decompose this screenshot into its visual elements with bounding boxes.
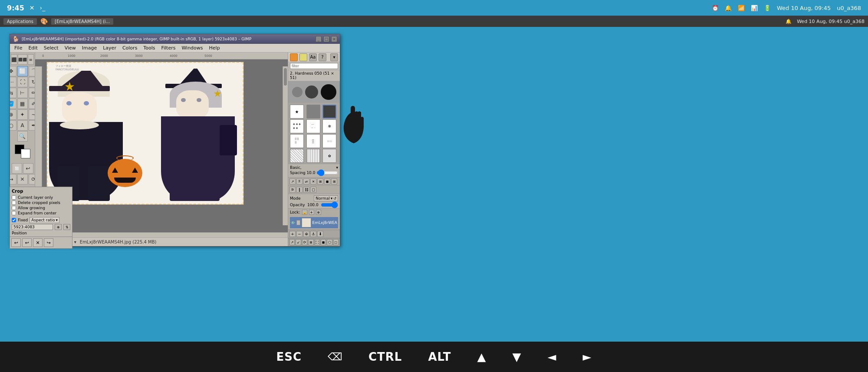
down-arrow[interactable]: ▼ — [513, 350, 522, 363]
brush-item-texture1[interactable] — [290, 149, 304, 163]
brush-item-spray1[interactable]: ⠿⠿⠿ — [290, 134, 304, 148]
font-btn[interactable]: Aa — [309, 53, 317, 61]
menu-view[interactable]: View — [62, 45, 79, 51]
brush-item-scatter1[interactable]: ✦✦✦✦✦ — [290, 119, 304, 133]
spacing-slider[interactable] — [316, 171, 338, 174]
mode-dropdown[interactable]: Normal ▾ ↺ — [314, 195, 338, 201]
dodge-tool[interactable]: ○ — [10, 120, 16, 131]
fg-color-btn[interactable] — [290, 53, 298, 61]
undo2-button[interactable]: ↩ — [22, 238, 32, 247]
menu-help[interactable]: Help — [207, 45, 223, 51]
dynamics-btn5[interactable]: ⊞ — [317, 178, 323, 184]
minimize-button[interactable]: _ — [316, 36, 322, 42]
layers-anchor-btn[interactable]: ⚓ — [310, 231, 316, 237]
rotate-tool[interactable]: ↻ — [29, 77, 36, 87]
pencil-tool[interactable]: ✐ — [29, 99, 36, 109]
taskbar-apps[interactable]: Applications — [3, 18, 37, 25]
redo-btn[interactable]: ↪ — [10, 174, 16, 184]
alt-shortcut[interactable]: ALT — [428, 350, 451, 363]
brush-item-texture2[interactable] — [306, 149, 320, 163]
current-layer-checkbox[interactable] — [12, 195, 16, 200]
transform-btn2[interactable]: ↙ — [296, 239, 301, 245]
zoom-tool[interactable]: 🔍 — [17, 131, 28, 142]
transform-btn6[interactable]: ◼ — [321, 239, 326, 245]
taskbar-window[interactable]: [EmLxj8rWEAAMS4H] (i... — [51, 18, 113, 25]
size-link-btn[interactable]: ⊕ — [55, 224, 62, 230]
dynamics-btn1[interactable]: ↗ — [289, 178, 296, 184]
brush-item-round-dark[interactable] — [322, 105, 336, 119]
delete-btn[interactable]: ✕ — [17, 174, 28, 184]
dynamics-btn4[interactable]: ✕ — [310, 178, 316, 184]
text-tool[interactable]: A — [17, 120, 28, 131]
layer-chain-btn[interactable] — [296, 220, 300, 225]
horizontal-scrollbar[interactable] — [35, 232, 288, 237]
aspect-ratio-dropdown[interactable]: Aspect ratio ▾ — [30, 217, 59, 223]
brush-item-star[interactable]: ★ — [290, 105, 304, 119]
menu-colors[interactable]: Colors — [120, 45, 140, 51]
zoom-dropdown-icon[interactable]: ▾ — [74, 240, 76, 244]
layers-duplicate-btn[interactable]: ⊕ — [303, 231, 309, 237]
brush-item-dots[interactable] — [306, 105, 320, 119]
menu-image[interactable]: Image — [79, 45, 99, 51]
dynamics-btn6[interactable]: ◼ — [324, 178, 330, 184]
layers-delete-btn[interactable]: − — [296, 231, 302, 237]
transform-btn1[interactable]: ↗ — [289, 239, 295, 245]
right-arrow[interactable]: ► — [583, 350, 592, 363]
measure-tool[interactable]: ⊢ — [17, 88, 28, 98]
clone-tool[interactable]: ⊕ — [10, 109, 16, 120]
expand-panel-btn[interactable]: ⊞ — [331, 178, 337, 184]
menu-select[interactable]: Select — [41, 45, 61, 51]
toolbox-tab2[interactable]: ⬛⬛ — [18, 54, 27, 65]
maximize-button[interactable]: □ — [323, 36, 329, 42]
delete-cropped-checkbox[interactable] — [12, 201, 16, 205]
ink-tool[interactable]: ✒ — [29, 120, 36, 131]
menu-file[interactable]: File — [12, 45, 25, 51]
lock-alpha-btn[interactable]: + — [309, 210, 314, 215]
undo-btn[interactable]: ↩ — [23, 163, 33, 174]
crop-tool[interactable]: ⛶ — [17, 77, 28, 87]
transform-btn5[interactable]: ⛶ — [315, 239, 320, 245]
paint-btn1[interactable]: ⚞ — [289, 187, 296, 193]
brush-item-spray3[interactable]: ⠶⠶ — [322, 134, 336, 148]
paintbucket-tool[interactable]: 🪣 — [10, 99, 16, 109]
transform-btn3[interactable]: ⟳ — [302, 239, 307, 245]
vertical-scrollbar[interactable] — [283, 66, 288, 225]
redo-button[interactable]: ↪ — [44, 238, 53, 247]
expand-panel-btn2[interactable]: ◻ — [333, 239, 339, 245]
bg-color-btn[interactable] — [299, 53, 307, 61]
rect-select-tool[interactable]: ⬜ — [17, 66, 28, 76]
up-arrow[interactable]: ▲ — [477, 350, 487, 363]
esc-shortcut[interactable]: ESC — [276, 350, 302, 363]
layers-new-btn[interactable]: + — [289, 231, 296, 237]
refresh-btn[interactable]: ⟳ — [29, 174, 36, 184]
brush-item-scatter2[interactable]: ····· · — [306, 119, 320, 133]
menu-tools[interactable]: Tools — [141, 45, 158, 51]
expand-btn2[interactable]: ◻ — [310, 187, 316, 193]
smudge-tool[interactable]: ~ — [29, 109, 36, 120]
layers-merge-btn[interactable]: ⬇ — [317, 231, 323, 237]
lock-position-btn[interactable]: ⊕ — [316, 210, 321, 215]
canvas[interactable]: フォロー推奨FANCIT.RU/DELILU — [42, 59, 288, 232]
transform-btn7[interactable]: ⬡ — [327, 239, 332, 245]
dynamics-btn2[interactable]: ⧖ — [296, 178, 302, 184]
new-image-btn[interactable]: ⬜ — [12, 163, 22, 174]
blend-tool[interactable]: ▦ — [17, 99, 28, 109]
ctrl-shortcut[interactable]: CTRL — [368, 350, 402, 363]
close-button[interactable]: × — [331, 36, 337, 42]
toolbox-tab3[interactable]: ≡ — [28, 54, 34, 65]
menu-windows[interactable]: Windows — [179, 45, 205, 51]
move-tool[interactable]: ✥ — [10, 66, 16, 76]
brush-filter-input[interactable] — [290, 63, 338, 69]
paint-btn3[interactable]: ⛓ — [303, 187, 309, 193]
opacity-slider[interactable] — [321, 203, 338, 207]
dynamics-btn3[interactable]: ⇌ — [303, 178, 309, 184]
layer-visibility-btn[interactable]: 👁 — [291, 220, 295, 226]
path-tool[interactable]: ✏ — [29, 88, 36, 98]
brush-item-spray2[interactable]: ⣿ — [306, 134, 320, 148]
paint-btn2[interactable]: ‖ — [296, 187, 302, 193]
background-color[interactable] — [21, 149, 30, 158]
size-swap-btn[interactable]: ⇅ — [63, 224, 70, 230]
menu-filters[interactable]: Filters — [158, 45, 178, 51]
help-btn[interactable]: ? — [319, 53, 326, 61]
menu-layer[interactable]: Layer — [100, 45, 119, 51]
